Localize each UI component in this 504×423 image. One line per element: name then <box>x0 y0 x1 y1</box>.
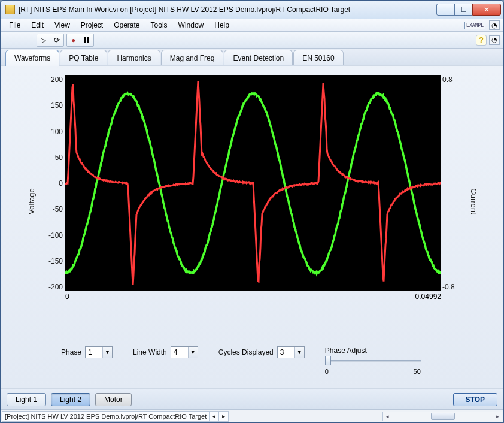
motor-button[interactable]: Motor <box>95 393 132 406</box>
y-left-tick: -100 <box>41 231 63 240</box>
toolbar: ▷ ⟳ ● ? ◔ <box>1 32 503 49</box>
status-left-arrow-icon[interactable]: ◂ <box>210 411 219 422</box>
abort-button[interactable]: ● <box>67 34 80 46</box>
line-width-control: Line Width 4 ▼ <box>133 346 198 358</box>
menu-operate[interactable]: Operate <box>109 20 144 31</box>
phase-input[interactable]: 1 ▼ <box>85 346 113 358</box>
y-left-tick: 0 <box>41 179 63 188</box>
abort-pause-group: ● <box>66 34 94 47</box>
cycles-displayed-label: Cycles Displayed <box>218 348 274 356</box>
line-width-input[interactable]: 4 ▼ <box>171 346 198 358</box>
tab-pq-table[interactable]: PQ Table <box>60 50 107 66</box>
scroll-thumb[interactable] <box>431 413 455 420</box>
minimize-button[interactable]: ─ <box>436 4 454 16</box>
phase-control: Phase 1 ▼ <box>61 346 113 358</box>
y-axis-left-ticks: 200150100500-50-100-150-200 <box>41 75 63 291</box>
tab-en-50160[interactable]: EN 50160 <box>293 50 343 66</box>
controls-row: Phase 1 ▼ Line Width 4 ▼ Cycles Displaye… <box>13 346 491 375</box>
y-left-tick: 200 <box>41 75 63 84</box>
y-left-tick: 50 <box>41 153 63 162</box>
y-left-tick: -50 <box>41 205 63 213</box>
menu-project[interactable]: Project <box>76 20 108 31</box>
pause-button[interactable] <box>80 34 93 46</box>
chevron-down-icon[interactable]: ▼ <box>294 347 304 358</box>
y-axis-left-label: Voltage <box>27 188 36 214</box>
stop-button[interactable]: STOP <box>453 393 497 406</box>
example-finder-icon[interactable]: EXAMPL <box>464 22 485 29</box>
chevron-down-icon[interactable]: ▼ <box>188 347 198 358</box>
cycles-displayed-control: Cycles Displayed 3 ▼ <box>218 346 305 358</box>
scroll-right-icon[interactable]: ▸ <box>493 412 502 421</box>
menu-edit[interactable]: Edit <box>26 20 48 31</box>
window-title: [RT] NITS EPS Main In Work.vi on [Projec… <box>19 5 436 14</box>
y-right-tick-bottom: -0.8 <box>442 283 466 291</box>
horizontal-scrollbar[interactable]: ◂ ▸ <box>382 412 502 421</box>
y-axis-right-label: Current <box>469 188 478 214</box>
slider-thumb[interactable] <box>325 356 331 365</box>
chevron-down-icon[interactable]: ▼ <box>102 347 112 358</box>
close-button[interactable]: ✕ <box>472 4 501 16</box>
context-help-icon[interactable]: ◔ <box>489 35 500 45</box>
waveform-plot: Voltage Current 200150100500-50-100-150-… <box>25 75 479 327</box>
menu-window[interactable]: Window <box>174 20 209 31</box>
statusbar: [Project] NITS HW LV 2012 EPS Demo.lvpro… <box>1 409 503 422</box>
footer-bar: Light 1 Light 2 Motor STOP <box>1 389 503 409</box>
y-left-tick: 150 <box>41 101 63 110</box>
run-continuous-button[interactable]: ⟳ <box>50 34 63 46</box>
help-icon[interactable]: ? <box>476 35 487 46</box>
light2-button[interactable]: Light 2 <box>51 393 90 406</box>
y-left-tick: -150 <box>41 257 63 265</box>
y-axis-right-ticks: 0.8 -0.8 <box>442 75 466 291</box>
maximize-button[interactable]: ☐ <box>454 4 472 16</box>
tab-mag-and-freq[interactable]: Mag and Freq <box>161 50 224 66</box>
context-help-toggle-icon[interactable]: ◔ <box>489 20 500 30</box>
phase-adjust-control: Phase Adjust 0 50 <box>325 346 421 375</box>
tab-waveforms[interactable]: Waveforms <box>5 50 59 66</box>
plot-area[interactable] <box>65 75 441 291</box>
status-text: [Project] NITS HW LV 2012 EPS Demo.lvpro… <box>2 411 210 422</box>
menubar: File Edit View Project Operate Tools Win… <box>1 19 503 32</box>
menu-help[interactable]: Help <box>210 20 234 31</box>
titlebar: [RT] NITS EPS Main In Work.vi on [Projec… <box>1 1 503 19</box>
phase-adjust-min: 0 <box>325 368 329 375</box>
tab-event-detection[interactable]: Event Detection <box>224 50 293 66</box>
light1-button[interactable]: Light 1 <box>7 393 46 406</box>
phase-value: 1 <box>86 348 102 356</box>
line-width-value: 4 <box>171 348 188 356</box>
y-left-tick: -200 <box>41 283 63 291</box>
phase-adjust-max: 50 <box>414 368 421 375</box>
menu-file[interactable]: File <box>4 20 25 31</box>
y-right-tick-top: 0.8 <box>442 75 466 84</box>
cycles-displayed-value: 3 <box>278 348 294 356</box>
menu-view[interactable]: View <box>50 20 75 31</box>
cycles-displayed-input[interactable]: 3 ▼ <box>277 346 305 358</box>
phase-label: Phase <box>61 348 81 356</box>
status-right-arrow-icon[interactable]: ▸ <box>219 411 229 422</box>
main-window: [RT] NITS EPS Main In Work.vi on [Projec… <box>0 0 504 423</box>
tab-content: Voltage Current 200150100500-50-100-150-… <box>1 65 503 389</box>
x-axis-ticks: 0 0.04992 <box>65 292 441 301</box>
menu-tools[interactable]: Tools <box>146 20 172 31</box>
run-button[interactable]: ▷ <box>37 34 50 46</box>
scroll-left-icon[interactable]: ◂ <box>383 412 391 421</box>
y-left-tick: 100 <box>41 128 63 136</box>
app-icon <box>5 5 15 14</box>
tabbar: Waveforms PQ Table Harmonics Mag and Fre… <box>1 49 503 65</box>
phase-adjust-label: Phase Adjust <box>325 346 421 355</box>
x-tick-end: 0.04992 <box>415 292 441 301</box>
line-width-label: Line Width <box>133 348 167 356</box>
run-controls-group: ▷ ⟳ <box>37 34 64 47</box>
tab-harmonics[interactable]: Harmonics <box>108 50 160 66</box>
phase-adjust-slider[interactable] <box>325 356 421 365</box>
x-tick-start: 0 <box>65 292 69 301</box>
